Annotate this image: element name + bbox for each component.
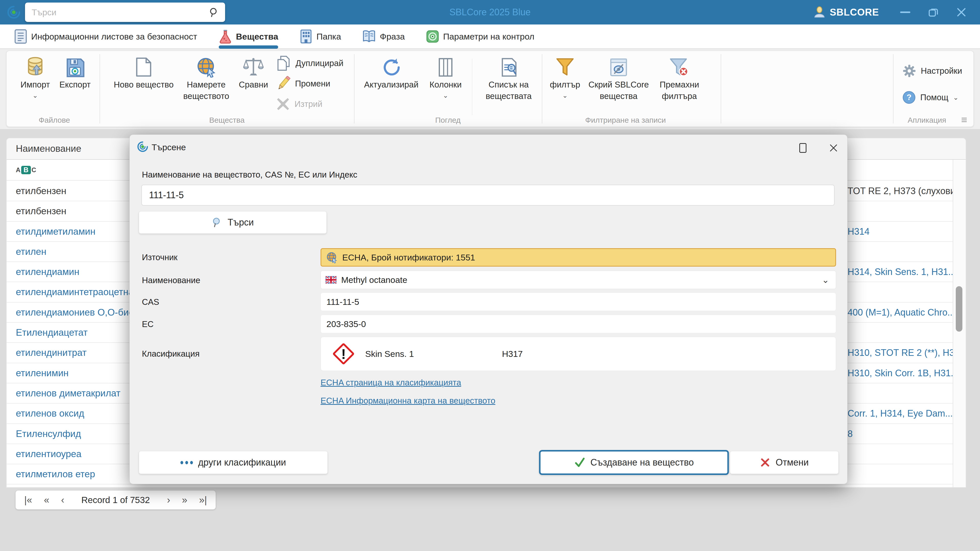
chevron-down-icon: ⌄ (562, 92, 568, 99)
find-substance-button[interactable]: Намеретевеществото (177, 56, 235, 102)
first-record-button[interactable]: |« (24, 495, 32, 505)
echa-classification-link[interactable]: ECHA страница на класификацията (321, 378, 461, 387)
classification-cell[interactable] (848, 464, 953, 484)
funnel-remove-icon (669, 56, 690, 78)
vertical-scrollbar[interactable] (953, 160, 966, 487)
classification-cell[interactable] (848, 323, 953, 343)
next-record-button[interactable]: › (167, 495, 170, 505)
tab-substances[interactable]: Вещества (219, 24, 278, 49)
settings-button[interactable]: Настройки (902, 63, 962, 79)
refresh-button[interactable]: Актуализирай (355, 56, 427, 91)
search-dialog: Търсене Наименование на веществото, CAS … (129, 135, 848, 484)
delete-button[interactable]: Изтрий (276, 96, 322, 112)
group-label-application: Апликация (896, 116, 958, 124)
record-count-label: Record 1 of 7532 (81, 495, 150, 505)
classification-cell[interactable] (848, 242, 953, 262)
hide-sblcore-substances-button[interactable]: Скрий SBLCoreвещества (580, 56, 657, 102)
ribbon: Импорт ⌄ Експорт Файлове (0, 49, 980, 129)
dialog-close-button[interactable] (828, 142, 839, 154)
echa-infocard-link[interactable]: ECHA Информационна карта на веществото (321, 396, 495, 406)
substances-list-button[interactable]: Списък навеществата (476, 56, 542, 102)
maximize-button[interactable] (919, 0, 947, 24)
dialog-maximize-button[interactable] (797, 142, 808, 154)
classification-cell[interactable]: H310, Skin Corr. 1B, H31... (848, 363, 953, 383)
hazard-class: Skin Sens. 1 (365, 349, 414, 359)
chevron-down-icon: ⌄ (953, 94, 959, 101)
substance-search-input[interactable] (142, 185, 835, 206)
tab-phrase[interactable]: Фраза (363, 24, 405, 49)
cas-label: CAS (142, 297, 159, 307)
user-account-icon[interactable] (813, 6, 826, 19)
duplicate-button[interactable]: Дуплицирай (276, 55, 344, 71)
funnel-icon (555, 56, 574, 78)
cas-field[interactable]: 111-11-5 (321, 292, 836, 311)
database-import-icon (25, 56, 45, 78)
create-substance-label: Създаване на вещество (590, 457, 694, 468)
group-label-filtering: Филтриране на записи (582, 116, 669, 124)
create-substance-button[interactable]: Създаване на вещество (539, 450, 729, 475)
export-button[interactable]: Експорт (52, 56, 98, 91)
tab-folder[interactable]: Папка (300, 24, 341, 49)
classification-cell[interactable] (848, 383, 953, 403)
classification-cell[interactable]: Corr. 1, H314, Eye Dam.... (848, 403, 953, 424)
close-button[interactable] (947, 0, 975, 24)
global-search-input[interactable] (25, 7, 209, 17)
name-dropdown[interactable]: Methyl octanoate ⌄ (321, 271, 836, 289)
classification-cell[interactable] (848, 282, 953, 302)
columns-button[interactable]: Колонки ⌄ (420, 56, 471, 99)
help-button[interactable]: ? Помощ ⌄ (902, 90, 959, 105)
classification-cell[interactable] (848, 444, 953, 464)
import-button[interactable]: Импорт ⌄ (12, 56, 58, 99)
ribbon-options-icon[interactable] (961, 117, 968, 123)
refresh-icon (381, 56, 401, 78)
item-divider (472, 59, 473, 115)
hidden-eye-icon (609, 56, 628, 78)
flask-icon (219, 29, 232, 44)
source-label: Източник (142, 252, 178, 262)
other-classifications-button[interactable]: други класификации (139, 451, 328, 474)
search-icon[interactable] (209, 7, 219, 17)
global-search-box[interactable] (25, 3, 225, 22)
application-window: SBLCore 2025 Blue SBLCORE (0, 0, 980, 551)
cancel-label: Отмени (776, 457, 808, 468)
tab-label: Параметри на контрол (443, 32, 535, 41)
ec-field[interactable]: 203-835-0 (321, 315, 836, 333)
chevron-down-icon: ⌄ (32, 92, 38, 99)
cancel-button[interactable]: Отмени (730, 451, 838, 474)
search-button[interactable]: Търси (139, 211, 327, 233)
fast-prev-button[interactable]: « (44, 495, 49, 505)
compare-button[interactable]: Сравни (233, 56, 274, 91)
hazard-code: H317 (502, 349, 523, 359)
classification-cell[interactable]: H314, Skin Sens. 1, H31... (848, 262, 953, 282)
close-icon (829, 143, 838, 153)
search-button-label: Търси (228, 217, 254, 228)
source-value: ECHA, Брой нотификатори: 1551 (342, 252, 475, 262)
classification-cell[interactable]: H314 (848, 222, 953, 242)
source-field[interactable]: ECHA, Брой нотификатори: 1551 (321, 248, 836, 267)
classification-cell[interactable]: H310, STOT RE 2 (**), H373 (848, 343, 953, 363)
classification-cell[interactable]: 400 (M=1), Aquatic Chro... (848, 303, 953, 323)
edit-button[interactable]: Промени (276, 76, 330, 92)
cancel-x-icon (760, 457, 770, 468)
scrollbar-thumb[interactable] (956, 286, 963, 332)
tab-safety-data-sheets[interactable]: Информационни листове за безопасност (14, 24, 197, 49)
prev-record-button[interactable]: ‹ (61, 495, 64, 505)
tab-control-parameters[interactable]: Параметри на контрол (426, 24, 535, 49)
check-icon (574, 457, 585, 468)
record-navigator: |« « ‹ Record 1 of 7532 › » »| (16, 491, 216, 510)
duplicate-pages-icon (276, 56, 291, 71)
classification-cell[interactable] (848, 201, 953, 221)
account-name[interactable]: SBLCORE (830, 7, 879, 18)
classification-cell[interactable]: 8 (848, 424, 953, 444)
pencil-icon (276, 76, 290, 91)
tab-label: Вещества (236, 32, 278, 41)
fast-next-button[interactable]: » (182, 495, 187, 505)
classification-cell[interactable]: TOT RE 2, H373 (слухови... (848, 181, 953, 201)
group-divider (100, 54, 100, 124)
last-record-button[interactable]: »| (199, 495, 207, 505)
new-substance-button[interactable]: Ново вещество (108, 56, 180, 91)
remove-filter-button[interactable]: Премахнифилтъра (646, 56, 713, 102)
abc-filter-icon[interactable]: ABC (16, 166, 36, 174)
minimize-button[interactable] (891, 0, 919, 24)
ghs07-exclamation-icon: ! (332, 343, 355, 365)
